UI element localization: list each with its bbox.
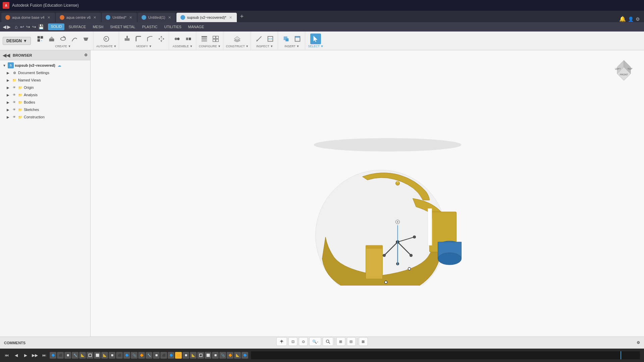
menu-plastic[interactable]: PLASTIC bbox=[140, 24, 160, 30]
automate-button[interactable] bbox=[101, 34, 112, 44]
menu-manage[interactable]: MANAGE bbox=[185, 24, 207, 30]
new-component-button[interactable]: + bbox=[35, 34, 46, 44]
tl-op-9[interactable]: 🔲 bbox=[109, 352, 115, 359]
tl-op-16[interactable]: ⬛ bbox=[160, 352, 167, 359]
analysis-eye-icon[interactable]: 👁 bbox=[12, 93, 16, 97]
vc-settings-button[interactable]: ⊠ bbox=[359, 337, 368, 346]
tab-aqua-centre[interactable]: aqua centre v6 ✕ bbox=[56, 13, 101, 22]
tl-op-2[interactable]: ⬛ bbox=[57, 352, 64, 359]
tree-document-settings[interactable]: ⚙ Document Settings bbox=[0, 69, 90, 76]
menu-utilities[interactable]: UTILITIES bbox=[161, 24, 184, 30]
tab-aqua-dome[interactable]: aqua dome base v4 ✕ bbox=[1, 13, 55, 22]
tree-sketches[interactable]: 👁 📁 Sketches bbox=[0, 106, 90, 113]
tl-op-6[interactable]: 🔳 bbox=[87, 352, 93, 359]
tl-op-7[interactable]: ⬜ bbox=[94, 352, 101, 359]
origin-eye-icon[interactable]: 👁 bbox=[12, 85, 16, 90]
tl-op-25[interactable]: 🔶 bbox=[227, 352, 233, 359]
play-next-button[interactable]: ▶▶ bbox=[31, 351, 39, 359]
offset-plane-button[interactable] bbox=[232, 34, 243, 44]
vc-display-button[interactable]: ⊞ bbox=[336, 337, 345, 346]
vc-grid-button[interactable] bbox=[276, 337, 287, 346]
bodies-eye-icon[interactable]: 👁 bbox=[12, 100, 16, 105]
extrude-button[interactable] bbox=[46, 34, 57, 44]
tl-op-8[interactable]: 📐 bbox=[101, 352, 108, 359]
redo2-button[interactable]: ↪ bbox=[32, 24, 36, 29]
nav-forward-button[interactable]: ▶ bbox=[7, 24, 11, 29]
sketches-eye-icon[interactable]: 👁 bbox=[12, 107, 16, 112]
tl-op-11[interactable]: 🔷 bbox=[123, 352, 130, 359]
tl-op-active[interactable]: 🔆 bbox=[175, 352, 182, 359]
tl-op-10[interactable]: ⬛ bbox=[116, 352, 123, 359]
vc-grid-display-button[interactable]: ⊟ bbox=[346, 337, 356, 346]
browser-settings-icon[interactable]: ⚙ bbox=[84, 53, 88, 57]
tl-op-3[interactable]: 🔲 bbox=[64, 352, 71, 359]
notifications-icon[interactable]: 🔔 bbox=[619, 16, 626, 22]
vc-orbit-button[interactable]: ⊙ bbox=[299, 337, 308, 346]
menu-sheet-metal[interactable]: SHEET METAL bbox=[107, 24, 138, 30]
cloud-icon[interactable]: ☁ bbox=[58, 64, 61, 67]
timeline-track[interactable] bbox=[251, 351, 640, 359]
sweep-button[interactable] bbox=[69, 34, 80, 44]
tab-close-1[interactable]: ✕ bbox=[47, 15, 51, 20]
tab-untitled-1[interactable]: Untitled(1) ✕ bbox=[138, 13, 176, 22]
tl-op-22[interactable]: ⬜ bbox=[205, 352, 211, 359]
tl-op-15[interactable]: 🔲 bbox=[153, 352, 160, 359]
press-pull-button[interactable] bbox=[122, 34, 132, 44]
tl-op-27[interactable]: 🔷 bbox=[241, 352, 248, 359]
select-button[interactable] bbox=[310, 34, 321, 44]
table-button[interactable] bbox=[199, 34, 210, 44]
tab-close-5[interactable]: ✕ bbox=[228, 15, 233, 20]
rigid-group-button[interactable] bbox=[183, 34, 194, 44]
tab-close-2[interactable]: ✕ bbox=[93, 15, 97, 20]
tree-origin[interactable]: 👁 📁 Origin bbox=[0, 84, 90, 91]
tl-op-21[interactable]: 🔳 bbox=[197, 352, 204, 359]
tl-op-17[interactable]: 🔷 bbox=[168, 352, 174, 359]
add-tab-button[interactable]: + bbox=[237, 13, 247, 20]
revolve-button[interactable] bbox=[58, 34, 68, 44]
redo-button[interactable]: ↪ bbox=[26, 24, 30, 29]
tl-op-1[interactable]: 🔷 bbox=[50, 352, 56, 359]
vc-home-button[interactable]: ⊡ bbox=[288, 337, 298, 346]
account-icon[interactable]: 👤 bbox=[628, 16, 634, 22]
vc-zoom-out-button[interactable]: 🔍- bbox=[309, 337, 321, 346]
tree-construction[interactable]: 👁 📁 Construction bbox=[0, 113, 90, 121]
tree-bodies[interactable]: 👁 📁 Bodies bbox=[0, 99, 90, 106]
insert-mcad-button[interactable] bbox=[281, 34, 291, 44]
tab-close-3[interactable]: ✕ bbox=[128, 15, 133, 20]
viewport[interactable]: FRONT LEFT TOP bbox=[91, 50, 644, 337]
menu-mesh[interactable]: MESH bbox=[90, 24, 106, 30]
save-button[interactable]: 💾 bbox=[38, 24, 44, 29]
insert-button[interactable] bbox=[292, 34, 303, 44]
tl-op-23[interactable]: 🔲 bbox=[212, 352, 219, 359]
section-analysis-button[interactable] bbox=[265, 34, 276, 44]
browser-toggle-button[interactable]: ◀◀ bbox=[3, 53, 10, 58]
design-button[interactable]: DESIGN ▼ bbox=[3, 37, 31, 45]
play-button[interactable]: ▶ bbox=[21, 351, 30, 359]
tab-supsub[interactable]: supsub (v2~recovered)* ✕ bbox=[176, 13, 237, 22]
tl-op-19[interactable]: 🔲 bbox=[182, 352, 189, 359]
undo-button[interactable]: ↩ bbox=[20, 24, 24, 29]
menu-solid[interactable]: SOLID bbox=[48, 23, 64, 30]
tl-op-5[interactable]: 📐 bbox=[79, 352, 86, 359]
tl-op-12[interactable]: 📎 bbox=[131, 352, 138, 359]
play-first-button[interactable]: ⏮ bbox=[3, 351, 11, 359]
menu-surface[interactable]: SURFACE bbox=[66, 24, 89, 30]
tl-op-13[interactable]: 🔶 bbox=[138, 352, 145, 359]
measure-button[interactable] bbox=[254, 34, 264, 44]
joint-button[interactable] bbox=[172, 34, 182, 44]
home-icon[interactable]: ⌂ bbox=[15, 24, 17, 29]
play-prev-button[interactable]: ◀ bbox=[12, 351, 20, 359]
nav-back-button[interactable]: ◀ bbox=[3, 24, 6, 29]
tl-op-26[interactable]: 📐 bbox=[234, 352, 241, 359]
tab-close-4[interactable]: ✕ bbox=[167, 15, 172, 20]
tl-op-14[interactable]: 🔧 bbox=[146, 352, 152, 359]
fillet-button[interactable] bbox=[133, 34, 144, 44]
tree-named-views[interactable]: 📁 Named Views bbox=[0, 76, 90, 84]
chamfer-button[interactable] bbox=[145, 34, 155, 44]
tl-op-4[interactable]: 🔧 bbox=[72, 352, 78, 359]
tl-op-20[interactable]: 📐 bbox=[190, 352, 197, 359]
play-last-button[interactable]: ⏭ bbox=[40, 351, 48, 359]
comments-settings-icon[interactable]: ⚙ bbox=[637, 341, 640, 345]
tree-root[interactable]: S supsub (v2~recovered) ☁ bbox=[0, 62, 90, 69]
move-button[interactable] bbox=[156, 34, 167, 44]
